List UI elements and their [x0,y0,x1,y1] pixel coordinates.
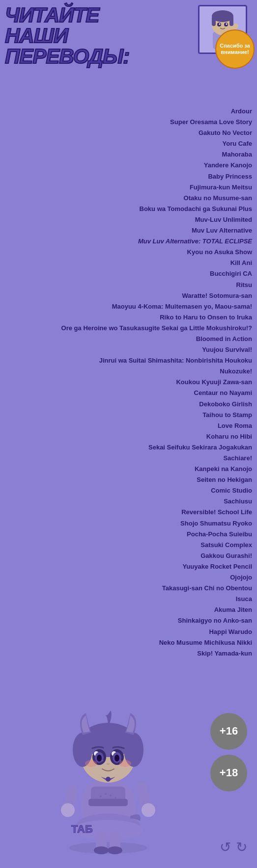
list-item: Ardour [5,106,252,117]
list-item: Otaku no Musume-san [5,193,252,204]
list-item: Muv-Luv Unlimited [5,214,252,225]
list-item: Happi Warudo [5,627,252,637]
list-item: Shojo Shumatsu Ryoko [5,518,252,529]
list-item: Boku wa Tomodachi ga Sukunai Plus [5,204,252,214]
svg-rect-3 [212,16,216,26]
list-item: Muv Luv Alternative: TOTAL ECLIPSE [5,236,252,247]
list-item: Jinrui wa Suitai Shimashita: Nonbirishit… [5,355,252,366]
svg-point-40 [114,755,119,762]
list-item: Fujimura-kun Meitsu [5,182,252,193]
svg-rect-14 [88,799,128,806]
svg-point-24 [142,803,155,817]
svg-point-7 [219,24,221,25]
list-item: Dekoboko Girlish [5,399,252,410]
svg-point-42 [119,760,131,767]
svg-rect-30 [88,737,128,752]
list-item: Takasugi-san Chi no Obentou [5,583,252,594]
list-item: Waratte! Sotomura-san [5,290,252,301]
list-item: Yoru Cafe [5,138,252,149]
list-item: Kill Ani [5,258,252,268]
list-item: Isuca [5,594,252,605]
page-title: ЧИТАЙТЕ НАШИ ПЕРЕВОДЫ: [5,5,198,67]
undo-icon[interactable]: ↻ [236,839,247,855]
svg-rect-4 [229,16,233,26]
list-item: Pocha-Pocha Suieibu [5,529,252,540]
svg-point-41 [85,760,97,767]
list-item: Bucchigiri CA [5,268,252,279]
list-item: Kanpeki na Kanojo [5,464,252,474]
svg-point-45 [105,793,107,795]
list-item: Yuuyake Rocket Pencil [5,561,252,572]
svg-point-19 [94,846,109,854]
svg-point-46 [110,794,112,796]
list-item: Seiten no Hekigan [5,474,252,485]
list-item: Maoyuu 4-Koma: Muitemasen yo, Maou-sama! [5,301,252,312]
svg-point-44 [100,795,102,797]
list-item: Super Oresama Love Story [5,117,252,128]
manga-list: Ardour Super Oresama Love Story Gakuto N… [0,106,257,659]
list-item: Centaur no Nayami [5,388,252,398]
header-section: ЧИТАЙТЕ НАШИ ПЕРЕВОДЫ: [0,0,257,67]
svg-point-43 [106,777,111,782]
svg-point-11 [69,842,147,854]
list-item: Baby Princess [5,171,252,182]
character-illustration [39,674,177,855]
list-item: Shinkaigyo no Anko-san [5,615,252,626]
list-item: Kyou no Asuka Show [5,247,252,258]
character-section: ТАБ +16 +18 ↺ ↻ [0,669,257,865]
list-item: Satsuki Complex [5,540,252,551]
list-item: Sachiusu [5,496,252,507]
list-item: Muv Luv Alternative [5,225,252,236]
list-item: Comic Studio [5,485,252,496]
list-item: Love Roma [5,421,252,431]
list-item: Neko Musume Michikusa Nikki [5,637,252,648]
list-item: Koukou Kyuuji Zawa-san [5,377,252,388]
list-item: Riko to Haru to Onsen to Iruka [5,312,252,323]
list-item: Ore ga Heroine wo Tasukasugite Sekai ga … [5,323,252,334]
reload-icon[interactable]: ↺ [220,839,231,855]
svg-point-23 [61,803,75,817]
list-item: Mahoraba [5,149,252,160]
svg-point-10 [233,24,238,28]
list-item: Taihou to Stamp [5,410,252,421]
list-item: Gakuto No Vector [5,128,252,138]
age-badges: +16 +18 [210,713,247,791]
age-badge-16: +16 [210,713,247,750]
svg-point-39 [97,755,102,762]
svg-point-20 [108,846,122,854]
avatar-container: Спасибо за внимание! [198,5,252,54]
list-item: Ritsu [5,280,252,290]
list-item: Reversible! School Life [5,507,252,518]
list-item: Bloomed in Action [5,334,252,344]
thank-you-badge: Спасибо за внимание! [215,29,255,69]
tab-label: ТАБ [71,823,93,836]
list-item: Skip! Yamada-kun [5,648,252,659]
list-item: Yandere Kanojo [5,160,252,171]
svg-point-47 [114,797,116,799]
list-item: Gakkou Gurashi! [5,551,252,561]
list-item: Koharu no Hibi [5,431,252,442]
list-item: Yuujou Survival! [5,344,252,355]
list-item: Akuma Jiten [5,605,252,615]
age-badge-18: +18 [210,755,247,791]
list-item: Sekai Seifuku Sekirara Jogakukan [5,442,252,453]
list-item: Sachiare! [5,453,252,464]
list-item: Nukozuke! [5,366,252,377]
footer-icons: ↺ ↻ [220,839,247,855]
svg-point-8 [226,24,228,25]
list-item: Ojojojo [5,572,252,583]
